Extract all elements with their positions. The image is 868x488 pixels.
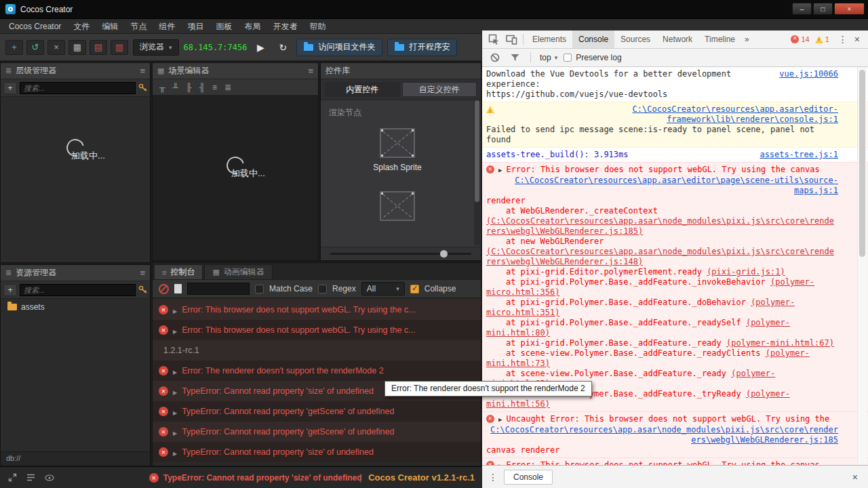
assets-search-input[interactable] — [20, 284, 136, 296]
console-log-row[interactable]: Error: This browser does not support web… — [153, 320, 481, 340]
more-tabs-icon[interactable]: » — [741, 35, 753, 44]
devtools-tab[interactable]: Timeline — [698, 30, 741, 48]
inspect-element-icon[interactable] — [485, 31, 502, 47]
devtools-tab[interactable]: Network — [656, 30, 698, 48]
toolbar-icon-button[interactable]: × — [47, 40, 65, 55]
error-count[interactable]: 14 — [801, 35, 809, 43]
menu-item[interactable]: 节点 — [124, 19, 153, 34]
scene-canvas[interactable]: 加载中... — [153, 96, 318, 260]
browser-dropdown[interactable]: 浏览器 ▾ — [133, 39, 179, 56]
stack-trace-link[interactable]: (polymer-mini.html:67) — [726, 338, 834, 348]
stack-trace-link[interactable]: (C:\CocosCreator\resources\app.asar\node… — [486, 247, 834, 266]
console-log-row[interactable]: 1.2.1-rc.1 — [153, 340, 481, 361]
menu-item[interactable]: 项目 — [181, 19, 210, 34]
close-button[interactable]: × — [834, 3, 865, 15]
clear-console-icon[interactable] — [159, 284, 169, 294]
toolbar-icon-button[interactable]: ▥ — [111, 40, 128, 55]
expand-triangle-icon[interactable] — [173, 304, 177, 316]
toolbar-icon-button[interactable]: ▤ — [90, 40, 107, 55]
maximize-button[interactable]: □ — [813, 3, 833, 15]
devtools-close-icon[interactable]: × — [853, 34, 865, 45]
widget-zoom-slider[interactable] — [321, 247, 481, 260]
stack-trace-link[interactable]: (pixi-grid.js:1) — [707, 267, 785, 277]
expand-triangle-icon[interactable] — [498, 460, 502, 465]
expand-triangle-icon[interactable] — [498, 414, 502, 425]
source-link[interactable]: C:\CocosCreator\resources\app.asar\edito… — [486, 176, 838, 196]
menu-item[interactable]: Cocos Creator — [3, 19, 67, 34]
slider-knob[interactable] — [440, 250, 448, 258]
console-log-row[interactable]: Error: This browser does not support web… — [153, 300, 481, 320]
warning-badge-icon[interactable] — [815, 36, 823, 43]
expand-triangle-icon[interactable] — [173, 426, 177, 438]
align-tool-icon[interactable]: ╢ — [199, 83, 205, 92]
console-log-row[interactable]: TypeError: Cannot read property 'size' o… — [153, 442, 481, 462]
expand-triangle-icon[interactable] — [173, 405, 177, 418]
panel-menu-icon[interactable]: ≡ — [140, 268, 145, 278]
devtools-scrollbar[interactable] — [857, 67, 867, 465]
clear-console-icon[interactable] — [488, 49, 502, 66]
source-link[interactable]: assets-tree.js:1 — [760, 150, 838, 160]
menu-item[interactable]: 开发者 — [267, 19, 303, 34]
source-link[interactable]: C:\CocosCreator\resources\app.asar\edito… — [486, 104, 838, 125]
open-app-folder-button[interactable]: 打开程序安 — [387, 39, 457, 56]
console-filter-input[interactable] — [187, 283, 250, 295]
execution-context-dropdown[interactable]: top ▾ — [540, 53, 557, 62]
toolbar-icon-button[interactable]: ▦ — [68, 40, 86, 55]
log-file-icon[interactable] — [174, 284, 182, 293]
align-tool-icon[interactable]: ≣ — [224, 83, 231, 92]
menu-item[interactable]: 面板 — [210, 19, 238, 34]
devtools-tab[interactable]: Console — [572, 30, 614, 48]
widget-library-header[interactable]: 控件库 — [321, 63, 481, 79]
expand-triangle-icon[interactable] — [173, 365, 177, 377]
widget-library-tab[interactable]: 内置控件 — [325, 82, 400, 97]
match-case-checkbox[interactable] — [255, 285, 264, 293]
filter-icon[interactable] — [508, 49, 521, 66]
expand-triangle-icon[interactable] — [173, 385, 177, 397]
menu-item[interactable]: 布局 — [238, 19, 267, 34]
log-level-dropdown[interactable]: All ▾ — [361, 282, 405, 296]
eye-icon[interactable] — [43, 472, 55, 484]
console-panel-tab[interactable]: ≡ 控制台 — [154, 264, 203, 279]
scene-panel-header[interactable]: ▦ 场景编辑器 ≡ — [153, 63, 318, 79]
statusbar-error[interactable]: TypeError: Cannot read property 'size' o… — [149, 473, 353, 483]
devtools-tab[interactable]: Elements — [526, 30, 572, 48]
devtools-tab[interactable]: Sources — [614, 30, 656, 48]
add-asset-button[interactable]: + — [3, 284, 17, 296]
toolbar-icon-button[interactable]: + — [5, 40, 23, 55]
slider-track[interactable] — [330, 253, 471, 255]
minimize-button[interactable]: – — [792, 3, 812, 15]
expand-log-icon[interactable] — [7, 472, 18, 484]
open-project-folder-button[interactable]: 访问项目文件夹 — [296, 39, 382, 56]
panel-menu-icon[interactable]: ≡ — [308, 66, 313, 76]
drawer-menu-icon[interactable]: ⋮ — [487, 472, 499, 483]
widget-item-splash-sprite[interactable]: Splash Sprite — [321, 128, 474, 172]
refresh-button[interactable]: ↻ — [274, 39, 292, 56]
device-toolbar-icon[interactable] — [502, 31, 520, 47]
add-node-button[interactable]: + — [3, 82, 17, 94]
widget-library-tab[interactable]: 自定义控件 — [402, 82, 477, 97]
log-list-icon[interactable] — [25, 472, 37, 484]
widget-scrollbar[interactable] — [474, 100, 480, 245]
widget-item-partial[interactable] — [321, 191, 474, 221]
menu-item[interactable]: 帮助 — [303, 19, 332, 34]
expand-triangle-icon[interactable] — [173, 324, 177, 336]
regex-checkbox[interactable] — [318, 285, 327, 293]
hierarchy-search-input[interactable] — [20, 82, 136, 94]
align-tool-icon[interactable]: ╨ — [173, 83, 179, 92]
hierarchy-panel-header[interactable]: ≣ 层级管理器 ≡ — [1, 63, 150, 79]
titlebar[interactable]: Cocos Creator – □ × — [0, 0, 868, 19]
menu-item[interactable]: 组件 — [153, 19, 181, 34]
warning-count[interactable]: 1 — [825, 35, 829, 43]
expand-triangle-icon[interactable] — [498, 165, 502, 176]
assets-panel-header[interactable]: ≣ 资源管理器 ≡ — [1, 265, 150, 281]
align-tool-icon[interactable]: ≡ — [212, 83, 217, 92]
preserve-log-control[interactable]: Preserve log — [564, 53, 621, 62]
drawer-close-icon[interactable]: × — [851, 472, 863, 483]
source-link[interactable]: vue.js:10066 — [779, 69, 838, 79]
menu-item[interactable]: 文件 — [67, 19, 96, 34]
expand-triangle-icon[interactable] — [173, 446, 177, 458]
drawer-console-tab[interactable]: Console — [504, 470, 553, 485]
preserve-log-checkbox[interactable] — [564, 54, 572, 62]
link-icon[interactable] — [138, 83, 147, 92]
devtools-menu-icon[interactable]: ⋮ — [833, 34, 853, 45]
